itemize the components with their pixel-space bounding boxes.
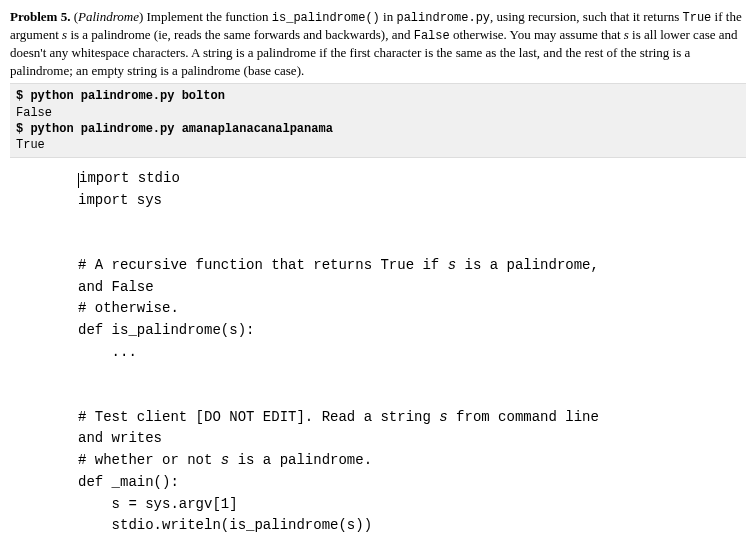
- desc-text: in: [380, 9, 397, 24]
- code-line: stdio.writeln(is_palindrome(s)): [78, 517, 372, 533]
- code-line: import sys: [78, 192, 162, 208]
- prompt: $: [16, 122, 30, 136]
- desc-text: , using recursion, such that it returns: [490, 9, 682, 24]
- code-comment: and writes: [78, 430, 162, 446]
- problem-statement: Problem 5. (Palindrome) Implement the fu…: [10, 8, 746, 79]
- command: python palindrome.py bolton: [30, 89, 224, 103]
- desc-text: otherwise. You may assume that: [450, 27, 624, 42]
- prompt: $: [16, 89, 30, 103]
- code-comment: # whether or not s is a palindrome.: [78, 452, 372, 468]
- code-line: def _main():: [78, 474, 179, 490]
- fn-name: is_palindrome(): [272, 11, 380, 25]
- output-line: True: [16, 138, 45, 152]
- command: python palindrome.py amanaplanacanalpana…: [30, 122, 332, 136]
- code-listing: import stdio import sys # A recursive fu…: [78, 168, 746, 554]
- true-literal: True: [683, 11, 712, 25]
- code-comment: # Test client [DO NOT EDIT]. Read a stri…: [78, 409, 599, 425]
- code-line: s = sys.argv[1]: [78, 496, 238, 512]
- code-line: ...: [78, 344, 137, 360]
- code-line: def is_palindrome(s):: [78, 322, 254, 338]
- problem-title: Palindrome: [78, 9, 139, 24]
- code-line: import stdio: [79, 170, 180, 186]
- code-comment: # otherwise.: [78, 300, 179, 316]
- file-name: palindrome.py: [396, 11, 490, 25]
- desc-text: is a palindrome (ie, reads the same forw…: [67, 27, 414, 42]
- desc-text: Implement the function: [147, 9, 272, 24]
- terminal-output: $ python palindrome.py bolton False $ py…: [10, 83, 746, 158]
- output-line: False: [16, 106, 52, 120]
- false-literal: False: [414, 29, 450, 43]
- problem-label: Problem 5.: [10, 9, 70, 24]
- code-comment: and False: [78, 279, 154, 295]
- code-comment: # A recursive function that returns True…: [78, 257, 599, 273]
